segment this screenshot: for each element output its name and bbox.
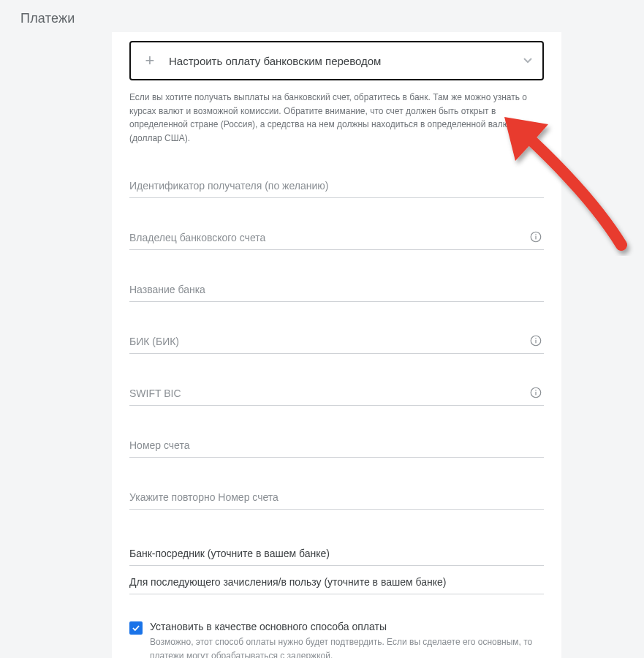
field-label: Владелец банковского счета [129, 232, 544, 243]
svg-rect-8 [535, 390, 536, 391]
checkbox-label: Установить в качестве основного способа … [150, 621, 544, 632]
field-label: Номер счета [129, 439, 544, 451]
svg-rect-1 [535, 236, 536, 240]
info-text: Если вы хотите получать выплаты на банко… [129, 91, 544, 145]
collapser-label: Настроить оплату банковским переводом [169, 55, 381, 67]
svg-rect-7 [535, 392, 536, 396]
plus-icon: + [141, 51, 159, 70]
account-owner-field[interactable]: Владелец банковского счета [129, 232, 544, 250]
field-label: Название банка [129, 284, 544, 295]
payment-method-collapser[interactable]: + Настроить оплату банковским переводом [129, 41, 544, 80]
account-number-field[interactable]: Номер счета [129, 439, 544, 458]
bik-field[interactable]: БИК (БИК) [129, 336, 544, 354]
account-number-repeat-field[interactable]: Укажите повторно Номер счета [129, 491, 544, 510]
field-label: Идентификатор получателя (по желанию) [129, 180, 544, 192]
for-credit-to-field[interactable]: Для последующего зачисления/в пользу (ут… [129, 570, 544, 594]
field-label: Укажите повторно Номер счета [129, 491, 544, 503]
payment-settings-panel: + Настроить оплату банковским переводом … [112, 32, 561, 658]
primary-method-checkbox[interactable] [129, 621, 143, 635]
checkbox-help: Возможно, этот способ оплаты нужно будет… [150, 635, 544, 658]
svg-rect-5 [535, 339, 536, 339]
bank-name-field[interactable]: Название банка [129, 284, 544, 302]
field-label: БИК (БИК) [129, 336, 544, 347]
intermediary-bank-field[interactable]: Банк-посредник (уточните в вашем банке) [129, 542, 544, 566]
beneficiary-id-field[interactable]: Идентификатор получателя (по желанию) [129, 180, 544, 198]
chevron-down-icon [523, 56, 532, 66]
info-icon[interactable] [529, 386, 542, 399]
field-label: SWIFT BIC [129, 387, 544, 399]
page-title: Платежи [0, 0, 644, 26]
info-icon[interactable] [529, 334, 542, 347]
svg-rect-4 [535, 340, 536, 344]
svg-rect-2 [535, 235, 536, 235]
swift-field[interactable]: SWIFT BIC [129, 387, 544, 406]
info-icon[interactable] [529, 230, 542, 243]
